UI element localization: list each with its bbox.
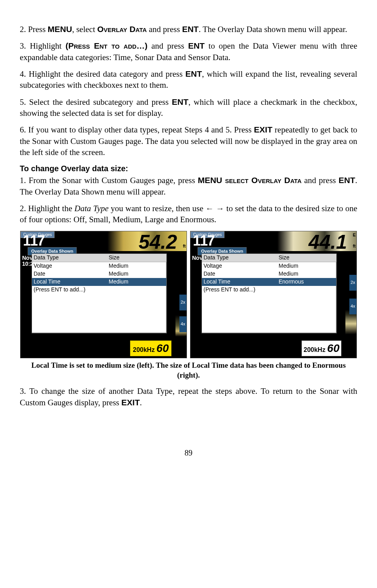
text: 6. If you want to display other data typ… xyxy=(20,125,254,134)
header-data-type: Data Type xyxy=(202,254,279,261)
screenshot-left: 54.2 ft Custom Gauges 117 Nov10:2 Overla… xyxy=(20,231,187,358)
ent-key: ENT xyxy=(182,25,199,34)
frequency-indicator: 200kHz 60 xyxy=(130,340,172,356)
header-size: Size xyxy=(109,254,166,261)
menu-key: MENU xyxy=(48,25,72,34)
zoom-2x[interactable]: 2x xyxy=(349,275,356,291)
feet-label: ft xyxy=(183,243,186,249)
menu-row-add[interactable]: (Press ENT to add...) xyxy=(202,286,336,294)
heading-change-overlay-size: To change Overlay data size: xyxy=(20,163,357,174)
paragraph-3: 3. Highlight (Press Ent to add…) and pre… xyxy=(20,40,357,63)
overlay-data-label: Overlay Data xyxy=(97,25,147,34)
paragraph-2: 2. Press MENU, select Overlay Data and p… xyxy=(20,24,357,35)
menu-row-selected[interactable]: Local Time Medium xyxy=(32,278,166,286)
ent-key: ENT xyxy=(188,41,205,50)
menu-row[interactable]: Date Medium xyxy=(32,270,166,278)
paragraph-8: 2. Highlight the Data Type you want to r… xyxy=(20,203,357,225)
menu-header-row: Data Type Size xyxy=(32,254,166,262)
sonar-background: 54.2 xyxy=(107,231,187,251)
ent-key: ENT xyxy=(185,69,202,78)
exit-key: EXIT xyxy=(121,398,140,407)
text: , select xyxy=(72,25,97,34)
screenshot-right: 44.1 ft E Custom Gauges 117 Nov Overlay … xyxy=(190,231,357,358)
feet-label: ft xyxy=(353,243,356,249)
paragraph-9: 3. To change the size of another Data Ty… xyxy=(20,386,357,408)
select-overlay-2: lay Data xyxy=(270,176,302,185)
frequency-indicator: 200kHz 60 xyxy=(302,340,341,356)
menu-row[interactable]: Voltage Medium xyxy=(32,262,166,270)
paragraph-6: 6. If you want to display other data typ… xyxy=(20,124,357,158)
side-date: Nov xyxy=(192,255,202,261)
text: 2. Highlight the xyxy=(20,204,74,213)
text: . The Overlay Data shown menu will appea… xyxy=(199,25,347,34)
page-number: 89 xyxy=(20,448,357,458)
text: 1. From the Sonar with Custom Gauges pag… xyxy=(20,176,198,185)
text: and press xyxy=(302,176,339,185)
text: 2. Press xyxy=(20,25,48,34)
sonar-depth: 54.2 xyxy=(139,231,177,256)
screenshots-row: 54.2 ft Custom Gauges 117 Nov10:2 Overla… xyxy=(20,231,357,358)
ent-key: ENT xyxy=(339,176,355,185)
gauge-readout: 117 xyxy=(23,234,44,248)
ent-key: ENT xyxy=(172,97,188,106)
figure-caption: Local Time is set to medium size (left).… xyxy=(28,361,349,380)
gauge-readout: 117 xyxy=(193,234,214,248)
header-data-type: Data Type xyxy=(32,254,109,261)
sonar-background: 44.1 xyxy=(277,231,356,251)
zoom-4x[interactable]: 4x xyxy=(179,316,187,332)
e-badge: E xyxy=(353,232,356,238)
paragraph-5: 5. Select the desired subcategory and pr… xyxy=(20,96,357,119)
exit-key: EXIT xyxy=(254,125,273,134)
header-size: Size xyxy=(279,254,336,261)
text: 3. Highlight xyxy=(20,41,66,51)
menu-row[interactable]: Voltage Medium xyxy=(202,262,336,270)
paragraph-7: 1. From the Sonar with Custom Gauges pag… xyxy=(20,175,357,197)
menu-row-selected[interactable]: Local Time Enormous xyxy=(202,278,336,286)
select-overlay: select Over xyxy=(222,176,270,185)
menu-row[interactable]: Date Medium xyxy=(202,270,336,278)
text: 3. To change the size of another Data Ty… xyxy=(20,386,357,407)
overlay-menu: Data Type Size Voltage Medium Date Mediu… xyxy=(202,253,337,333)
press-ent-label: (Press Ent to add…) xyxy=(66,41,148,50)
data-type-label: Data Type xyxy=(74,204,109,213)
text: 5. Select the desired subcategory and pr… xyxy=(20,97,172,107)
text: 4. Highlight the desired data category a… xyxy=(20,69,185,79)
menu-row-add[interactable]: (Press ENT to add...) xyxy=(32,286,166,294)
zoom-2x[interactable]: 2x xyxy=(179,295,187,310)
zoom-4x[interactable]: 4x xyxy=(349,299,356,314)
text: and press xyxy=(147,41,188,51)
text: . xyxy=(140,398,142,407)
paragraph-4: 4. Highlight the desired data category a… xyxy=(20,68,357,91)
sonar-depth: 44.1 xyxy=(309,231,347,256)
menu-header-row: Data Type Size xyxy=(202,254,336,262)
overlay-menu: Data Type Size Voltage Medium Date Mediu… xyxy=(32,253,167,333)
menu-key: MENU xyxy=(198,176,222,185)
text: and press xyxy=(147,25,182,34)
